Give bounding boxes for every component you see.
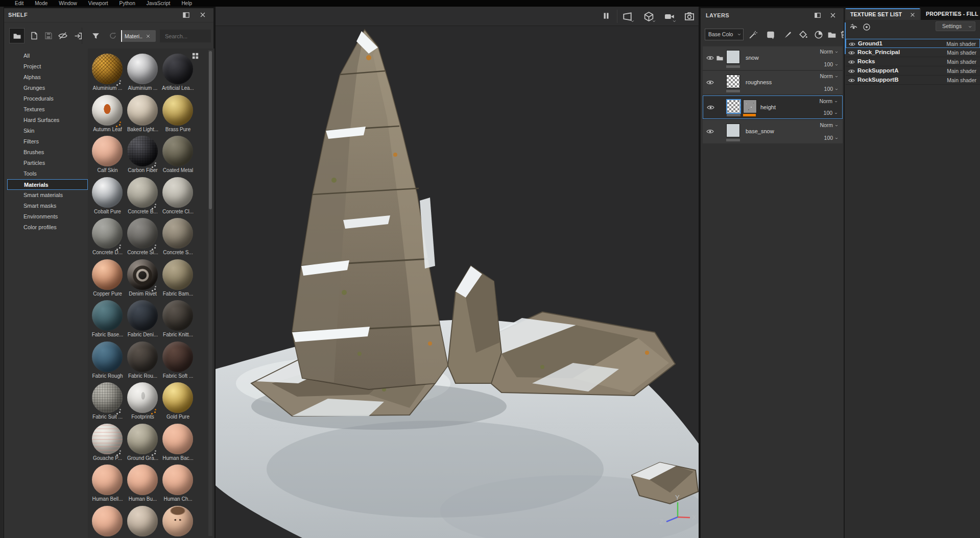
menu-item-javascript[interactable]: JavaScript xyxy=(141,1,176,7)
material-denim-rivet[interactable]: Denim Rivet xyxy=(125,259,160,299)
chevron-down-icon[interactable] xyxy=(672,19,677,23)
folder-view-button[interactable] xyxy=(9,28,25,43)
opacity-dropdown[interactable]: 100 xyxy=(824,135,839,141)
material-concrete-d[interactable]: Concrete D... xyxy=(90,218,125,258)
material-item-33[interactable] xyxy=(90,506,125,538)
shelf-category-all[interactable]: All xyxy=(4,51,89,61)
shelf-category-color-profiles[interactable]: Color profiles xyxy=(4,222,89,233)
material-cobalt-pure[interactable]: Cobalt Pure xyxy=(90,177,125,217)
pause-engine-icon[interactable] xyxy=(602,11,611,20)
shelf-category-hard-surfaces[interactable]: Hard Surfaces xyxy=(4,115,89,126)
shelf-category-filters[interactable]: Filters xyxy=(4,136,89,147)
eye-icon[interactable] xyxy=(848,59,855,65)
solo-visibility-icon[interactable] xyxy=(863,23,871,31)
material-fabric-soft[interactable]: Fabric Soft ... xyxy=(160,341,196,381)
material-fabric-suit[interactable]: Fabric Suit ... xyxy=(90,382,125,422)
shelf-category-textures[interactable]: Textures xyxy=(4,104,89,115)
chip-close-icon[interactable] xyxy=(146,34,151,39)
eye-icon[interactable] xyxy=(706,79,714,86)
material-concrete-si[interactable]: Concrete Si... xyxy=(125,218,160,258)
texture-set-row-rock-principal[interactable]: Rock_PrincipalMain shader xyxy=(846,48,980,57)
menu-item-help[interactable]: Help xyxy=(176,1,198,7)
tab-properties-fill[interactable]: PROPERTIES - FILL xyxy=(921,8,980,20)
shelf-scrollbar[interactable] xyxy=(208,50,212,536)
material-item-35[interactable] xyxy=(160,506,196,538)
menu-item-viewport[interactable]: Viewport xyxy=(83,1,114,7)
add-paint-layer-icon[interactable] xyxy=(783,30,793,39)
layer-row-height[interactable]: heightNorm 100 xyxy=(703,95,843,119)
settings-dropdown[interactable]: Settings xyxy=(936,21,975,31)
material-copper-pure[interactable]: Copper Pure xyxy=(90,259,125,299)
material-aluminium[interactable]: Aluminium ... xyxy=(90,54,125,93)
material-item-34[interactable] xyxy=(125,506,160,538)
material-human-bell[interactable]: Human Bell... xyxy=(90,464,125,504)
add-effect-icon[interactable] xyxy=(749,30,758,39)
shelf-category-alphas[interactable]: Alphas xyxy=(4,72,89,83)
channel-filter-dropdown[interactable]: Base Colo xyxy=(705,29,744,40)
shelf-category-smart-masks[interactable]: Smart masks xyxy=(4,201,89,211)
shelf-category-tools[interactable]: Tools xyxy=(4,168,89,179)
menu-item-python[interactable]: Python xyxy=(114,1,141,7)
shelf-category-smart-materials[interactable]: Smart materials xyxy=(4,190,89,201)
layer-mask-thumbnail[interactable] xyxy=(743,100,757,113)
eye-icon[interactable] xyxy=(848,50,855,56)
texture-set-row-rocksupporta[interactable]: RockSupportAMain shader xyxy=(846,66,980,76)
eye-icon[interactable] xyxy=(848,68,855,75)
opacity-dropdown[interactable]: 100 xyxy=(824,110,838,116)
material-human-ch[interactable]: Human Ch... xyxy=(160,464,196,504)
material-artificial-lea[interactable]: Artificial Lea... xyxy=(160,54,196,93)
new-resource-button[interactable] xyxy=(27,28,42,43)
layer-row-snow[interactable]: snowNorm 100 xyxy=(703,46,843,70)
tab-texture-set-list[interactable]: TEXTURE SET LIST xyxy=(846,8,920,20)
layer-row-roughness[interactable]: roughnessNorm 100 xyxy=(703,71,843,94)
texture-set-row-rocksupportb[interactable]: RockSupportBMain shader xyxy=(846,76,980,85)
blend-mode-dropdown[interactable]: Norm xyxy=(820,73,839,79)
shelf-category-procedurals[interactable]: Procedurals xyxy=(4,93,89,104)
opacity-dropdown[interactable]: 100 xyxy=(824,61,839,67)
material-gold-pure[interactable]: Gold Pure xyxy=(160,382,196,422)
eye-icon[interactable] xyxy=(849,41,855,47)
layer-thumbnail[interactable] xyxy=(727,100,740,113)
shelf-category-particles[interactable]: Particles xyxy=(4,158,89,168)
hide-resources-button[interactable] xyxy=(55,28,70,43)
material-fabric-bam[interactable]: Fabric Bam... xyxy=(160,259,196,299)
eye-icon[interactable] xyxy=(848,77,855,84)
menu-item-edit[interactable]: Edit xyxy=(9,1,29,7)
material-coated-metal[interactable]: Coated Metal xyxy=(160,136,196,176)
search-input[interactable] xyxy=(160,30,211,42)
shelf-category-brushes[interactable]: Brushes xyxy=(4,147,89,158)
texture-set-row-rocks[interactable]: RocksMain shader xyxy=(846,57,980,66)
material-human-bu[interactable]: Human Bu... xyxy=(125,464,160,504)
material-fabric-rou[interactable]: Fabric Rou... xyxy=(125,341,160,381)
fill-bucket-icon[interactable] xyxy=(799,30,808,39)
split-panel-icon[interactable] xyxy=(182,11,190,19)
material-fabric-rough[interactable]: Fabric Rough xyxy=(90,341,125,381)
smart-material-icon[interactable] xyxy=(814,30,823,39)
material-calf-skin[interactable]: Calf Skin xyxy=(90,136,125,176)
viewport-3d-scene[interactable]: Y X Z xyxy=(216,26,699,538)
chevron-down-icon[interactable] xyxy=(652,19,656,23)
close-icon[interactable] xyxy=(829,12,836,19)
close-icon[interactable] xyxy=(199,11,206,18)
eye-icon[interactable] xyxy=(707,104,714,111)
eye-icon[interactable] xyxy=(706,54,714,62)
shelf-category-project[interactable]: Project xyxy=(4,61,89,72)
material-concrete-s[interactable]: Concrete S... xyxy=(160,218,196,258)
material-fabric-base[interactable]: Fabric Base... xyxy=(90,300,125,340)
shelf-category-skin[interactable]: Skin xyxy=(4,126,89,136)
scrollbar-thumb[interactable] xyxy=(209,51,212,209)
float-panel-icon[interactable] xyxy=(814,12,821,19)
filter-chip-materials[interactable]: Materi.. xyxy=(121,30,156,42)
material-visibility-icon[interactable] xyxy=(849,23,858,32)
material-footprints[interactable]: Footprints xyxy=(125,382,160,422)
material-human-bac[interactable]: Human Bac... xyxy=(160,424,196,463)
material-brass-pure[interactable]: Brass Pure xyxy=(160,95,196,135)
layer-thumbnail[interactable] xyxy=(726,50,740,64)
menu-item-mode[interactable]: Mode xyxy=(29,1,53,7)
import-resources-button[interactable] xyxy=(70,28,86,43)
filter-button[interactable] xyxy=(88,28,103,43)
material-aluminium[interactable]: Aluminium ... xyxy=(125,54,160,93)
material-ground-gra[interactable]: Ground Gra... xyxy=(125,424,160,463)
opacity-dropdown[interactable]: 100 xyxy=(824,86,839,92)
material-carbon-fiber[interactable]: Carbon Fiber xyxy=(125,136,160,176)
